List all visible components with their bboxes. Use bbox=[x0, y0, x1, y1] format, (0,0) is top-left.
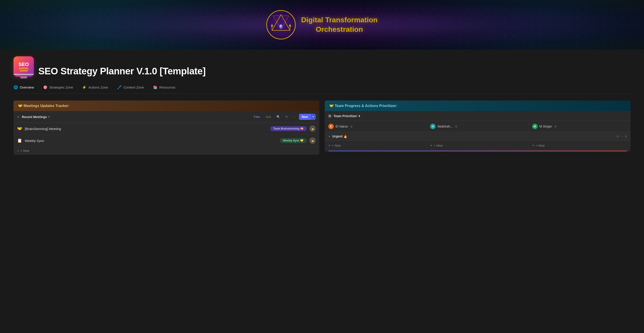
team-prioritizer-text: Team Prioritizer bbox=[334, 114, 357, 118]
msinger-count: 0 bbox=[555, 125, 556, 128]
overview-icon: 🌐 bbox=[14, 85, 18, 90]
svg-marker-5 bbox=[289, 24, 291, 26]
filter-button[interactable]: Filter bbox=[252, 114, 262, 119]
meetings-chevron-icon: ▾ bbox=[48, 115, 50, 118]
team-col-msinger: M M Singer 0 bbox=[529, 121, 630, 132]
weekly-avatar: 🧑 bbox=[310, 138, 316, 144]
meetings-panel-body: ≡ Recent Meetings ▾ Filter Sort 🔍 ↻ ··· … bbox=[14, 111, 319, 155]
urgent-more-icon[interactable]: ··· bbox=[620, 134, 623, 138]
el-vairus-count: 0 bbox=[350, 125, 352, 128]
brainstorming-icon: 🤝 bbox=[17, 126, 22, 131]
new-button-group: New ▾ bbox=[299, 114, 316, 120]
new-plus-2: + bbox=[430, 144, 432, 148]
tab-content[interactable]: 🖊️ Content Zone bbox=[117, 84, 144, 90]
weekly-tag: Weekly Sync 💛 bbox=[280, 138, 307, 143]
strategies-icon: 🎯 bbox=[43, 85, 48, 90]
add-new-meeting[interactable]: + + New bbox=[14, 147, 319, 155]
tab-actions-label: Actions Zone bbox=[88, 86, 108, 89]
add-new-icon: + bbox=[17, 149, 19, 152]
new-plus-1: + bbox=[328, 144, 330, 148]
el-vairus-avatar: E bbox=[328, 124, 334, 129]
team-col-abdelrah: A Abdelrah... 0 bbox=[426, 121, 528, 132]
team-chevron-icon: ▾ bbox=[358, 114, 360, 118]
table-row[interactable]: 🤝 [BrainStorming] Meeting Team Brainstor… bbox=[14, 123, 319, 135]
brainstorming-avatar: 🧑 bbox=[310, 126, 316, 132]
table-row[interactable]: 📋 Weekly Sync Weekly Sync 💛 🧑 bbox=[14, 135, 319, 147]
sort-button[interactable]: Sort bbox=[264, 114, 272, 119]
tab-overview[interactable]: 🌐 Overview bbox=[14, 84, 34, 90]
new-items-row: + + New + + New + + New bbox=[325, 141, 630, 150]
team-prioritizer-label[interactable]: Team Prioritizer ▾ bbox=[334, 114, 627, 118]
team-col-el-vairus: E El Vairus 0 bbox=[325, 121, 426, 132]
tab-content-label: Content Zone bbox=[124, 86, 144, 89]
actions-icon: ⚡ bbox=[82, 85, 86, 90]
msinger-avatar: M bbox=[532, 124, 538, 129]
weekly-sync-name: Weekly Sync bbox=[25, 139, 277, 142]
recent-meetings-label: Recent Meetings bbox=[22, 115, 47, 119]
tab-overview-label: Overview bbox=[20, 86, 34, 89]
svg-point-6 bbox=[279, 24, 283, 29]
meetings-toolbar-label[interactable]: Recent Meetings ▾ bbox=[22, 115, 250, 119]
page-header: SEO SEO Strategy Planner V.1.0 [Template… bbox=[14, 50, 630, 81]
seo-icon-label: SEO bbox=[18, 62, 29, 67]
nav-tabs: 🌐 Overview 🎯 Strategies Zone ⚡ Actions Z… bbox=[14, 81, 630, 94]
urgent-collapse-icon[interactable]: ▼ bbox=[328, 135, 330, 138]
resources-icon: 📚 bbox=[153, 85, 158, 90]
main-two-col: 🤝 Meetings Updates Tracker: ≡ Recent Mee… bbox=[14, 100, 630, 155]
new-item-label-3: + New bbox=[536, 144, 545, 147]
search-icon[interactable]: 🔍 bbox=[275, 114, 282, 119]
new-item-col1[interactable]: + + New bbox=[325, 141, 426, 150]
weekly-sync-icon: 📋 bbox=[17, 138, 22, 143]
meetings-panel-header: 🤝 Meetings Updates Tracker: bbox=[14, 100, 319, 111]
team-toolbar: ⊞ Team Prioritizer ▾ bbox=[325, 111, 630, 121]
urgent-add-icon[interactable]: + bbox=[625, 134, 627, 138]
brainstorm-tag: Team Brainstorming 🧠 bbox=[270, 126, 307, 131]
meetings-panel: 🤝 Meetings Updates Tracker: ≡ Recent Mee… bbox=[14, 100, 319, 155]
abdelrah-count: 0 bbox=[456, 125, 457, 128]
msinger-name: M Singer bbox=[540, 124, 552, 128]
urgent-label: Urgent 🔥 bbox=[332, 134, 615, 138]
team-panel-header: 🤝 Team Progress & Actions Prioritizer: bbox=[325, 100, 630, 111]
team-header-text: 🤝 Team Progress & Actions Prioritizer: bbox=[329, 104, 397, 108]
new-item-label-2: + New bbox=[434, 144, 443, 147]
tab-resources-label: Resources bbox=[159, 86, 176, 89]
team-columns-header: E El Vairus 0 A Abdelrah... 0 M M Singer… bbox=[325, 121, 630, 132]
brainstorming-meeting-name: [BrainStorming] Meeting bbox=[25, 127, 268, 131]
add-new-label: + New bbox=[20, 149, 29, 152]
tab-resources[interactable]: 📚 Resources bbox=[153, 84, 176, 90]
seo-icon-base bbox=[14, 74, 34, 75]
tab-actions[interactable]: ⚡ Actions Zone bbox=[82, 84, 108, 90]
page-title: SEO Strategy Planner V.1.0 [Template] bbox=[38, 66, 206, 76]
tab-strategies[interactable]: 🎯 Strategies Zone bbox=[43, 84, 73, 90]
progress-bar bbox=[328, 150, 627, 152]
new-item-label-1: + New bbox=[332, 144, 341, 147]
hero-logo-circle bbox=[266, 10, 296, 40]
new-item-col2[interactable]: + + New bbox=[426, 141, 528, 150]
seo-icon-stand bbox=[20, 76, 27, 78]
team-panel-body: ⊞ Team Prioritizer ▾ E El Vairus 0 A bbox=[325, 111, 630, 152]
hero-banner: Digital Transformation Orchestration bbox=[0, 0, 644, 50]
team-panel: 🤝 Team Progress & Actions Prioritizer: ⊞… bbox=[325, 100, 630, 155]
list-icon: ≡ bbox=[17, 115, 19, 119]
meetings-header-text: 🤝 Meetings Updates Tracker: bbox=[18, 104, 70, 108]
seo-icon: SEO bbox=[14, 56, 34, 76]
network-bg-decoration bbox=[0, 0, 644, 50]
more-options-icon[interactable]: ··· bbox=[292, 115, 296, 119]
meetings-toolbar: ≡ Recent Meetings ▾ Filter Sort 🔍 ↻ ··· … bbox=[14, 111, 319, 123]
new-meeting-dropdown[interactable]: ▾ bbox=[310, 114, 316, 120]
refresh-icon[interactable]: ↻ bbox=[284, 114, 289, 119]
new-plus-3: + bbox=[532, 144, 534, 148]
content-icon: 🖊️ bbox=[117, 85, 122, 90]
abdelrah-name: Abdelrah... bbox=[437, 124, 453, 128]
tab-strategies-label: Strategies Zone bbox=[49, 86, 73, 89]
new-meeting-button[interactable]: New bbox=[299, 114, 310, 120]
abdelrah-avatar: A bbox=[430, 124, 436, 129]
svg-marker-3 bbox=[271, 24, 273, 26]
el-vairus-name: El Vairus bbox=[336, 124, 348, 128]
new-item-col3[interactable]: + + New bbox=[529, 141, 630, 150]
urgent-count: 0 bbox=[617, 135, 618, 138]
urgent-header: ▼ Urgent 🔥 0 ··· + bbox=[325, 132, 630, 141]
grid-icon: ⊞ bbox=[328, 114, 331, 118]
page-content: SEO SEO Strategy Planner V.1.0 [Template… bbox=[0, 50, 644, 168]
